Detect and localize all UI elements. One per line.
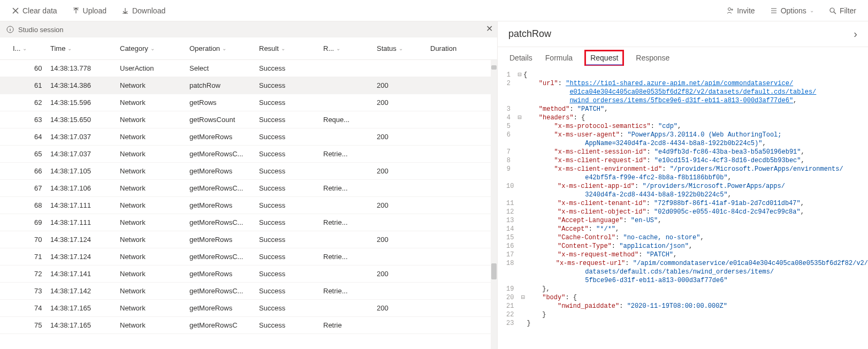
table-row[interactable]: 6214:38:15.596NetworkgetRowsSuccess200 bbox=[0, 94, 497, 111]
chevron-down-icon: ⌄ bbox=[22, 45, 27, 51]
code-line: 12 "x-ms-client-object-id": "02d0905c-e0… bbox=[498, 208, 868, 216]
events-pane: Studio session ✕ I...⌄ Time⌄ Category⌄ O… bbox=[0, 21, 498, 349]
cell: Reque... bbox=[323, 116, 377, 124]
filter-button[interactable]: Filter bbox=[826, 4, 859, 17]
code-line: 5fbce9e6-d31f-eb11-a813-000d3af77de6" bbox=[498, 276, 868, 285]
cell: Retrie bbox=[323, 321, 377, 329]
cell: getMoreRowsC... bbox=[189, 150, 259, 158]
cell: Network bbox=[120, 184, 189, 192]
table-row[interactable]: 7014:38:17.124NetworkgetMoreRowsSuccess2… bbox=[0, 231, 497, 248]
tab-response[interactable]: Response bbox=[635, 49, 671, 66]
cell: 75 bbox=[13, 321, 50, 329]
column-id[interactable]: I...⌄ bbox=[13, 44, 50, 52]
code-line: 15 "Cache-Control": "no-cache, no-store"… bbox=[498, 233, 868, 242]
column-time[interactable]: Time⌄ bbox=[50, 44, 120, 52]
cell: 65 bbox=[13, 150, 50, 158]
column-operation[interactable]: Operation⌄ bbox=[189, 44, 259, 52]
table-row[interactable]: 6314:38:15.650NetworkgetRowsCountSuccess… bbox=[0, 111, 497, 128]
table-row[interactable]: 6914:38:17.111NetworkgetMoreRowsC...Succ… bbox=[0, 214, 497, 231]
code-line: 17 "x-ms-request-method": "PATCH", bbox=[498, 251, 868, 259]
detail-title: patchRow bbox=[508, 28, 551, 40]
session-label: Studio session bbox=[18, 26, 64, 34]
table-row[interactable]: 6414:38:17.037NetworkgetMoreRowsSuccess2… bbox=[0, 128, 497, 146]
cell: Success bbox=[259, 150, 323, 158]
options-label: Options bbox=[781, 6, 806, 15]
download-button[interactable]: Download bbox=[118, 4, 169, 17]
column-status[interactable]: Status⌄ bbox=[377, 44, 430, 52]
cell: 61 bbox=[13, 81, 50, 89]
chevron-right-icon[interactable]: › bbox=[854, 28, 857, 40]
tab-formula[interactable]: Formula bbox=[544, 49, 574, 66]
table-row[interactable]: 7514:38:17.165NetworkgetMoreRowsCSuccess… bbox=[0, 317, 497, 334]
column-reason[interactable]: R...⌄ bbox=[323, 44, 377, 52]
table-row[interactable]: 7414:38:17.165NetworkgetMoreRowsSuccess2… bbox=[0, 300, 497, 317]
cell: 14:38:17.141 bbox=[50, 270, 120, 278]
table-row[interactable]: 6114:38:14.386NetworkpatchRowSuccess200 bbox=[0, 77, 497, 94]
table-row[interactable]: 6514:38:17.037NetworkgetMoreRowsC...Succ… bbox=[0, 146, 497, 163]
code-line: 20⊟ "body": { bbox=[498, 293, 868, 302]
invite-button[interactable]: Invite bbox=[723, 4, 758, 17]
column-category[interactable]: Category⌄ bbox=[120, 44, 189, 52]
cell: getMoreRows bbox=[189, 304, 259, 312]
code-line: 4⊟ "headers": { bbox=[498, 113, 868, 122]
column-duration[interactable]: Duration bbox=[430, 44, 473, 52]
code-line: 1⊟{ bbox=[498, 71, 868, 79]
scrollbar-thumb[interactable] bbox=[491, 65, 497, 70]
cell: 62 bbox=[13, 98, 50, 107]
cell: getMoreRows bbox=[189, 133, 259, 141]
chevron-down-icon: ⌄ bbox=[399, 45, 403, 51]
cell: Network bbox=[120, 116, 189, 124]
cell: getMoreRows bbox=[189, 236, 259, 244]
upload-button[interactable]: Upload bbox=[69, 4, 110, 17]
code-line: 7 "x-ms-client-session-id": "e4d9fb3d-fc… bbox=[498, 148, 868, 156]
cell: Success bbox=[259, 116, 323, 124]
tab-request[interactable]: Request bbox=[584, 50, 624, 66]
cell: 71 bbox=[13, 253, 50, 261]
cell: Network bbox=[120, 133, 189, 141]
svg-point-0 bbox=[728, 7, 731, 10]
chevron-down-icon: ⌄ bbox=[67, 45, 72, 51]
chevron-down-icon: ⌄ bbox=[281, 45, 285, 51]
cell: 200 bbox=[377, 270, 430, 278]
cell: 14:38:17.124 bbox=[50, 253, 120, 261]
cell: Success bbox=[259, 133, 323, 141]
code-line: 22 } bbox=[498, 310, 868, 319]
cell: Network bbox=[120, 98, 189, 107]
close-session-button[interactable]: ✕ bbox=[486, 24, 493, 34]
cell: Network bbox=[120, 167, 189, 175]
cell: 72 bbox=[13, 270, 50, 278]
cell: getMoreRows bbox=[189, 167, 259, 175]
cell: getMoreRowsC... bbox=[189, 218, 259, 226]
scrollbar-thumb[interactable] bbox=[491, 263, 497, 279]
table-row[interactable]: 7314:38:17.142NetworkgetMoreRowsC...Succ… bbox=[0, 283, 497, 300]
cell: Network bbox=[120, 150, 189, 158]
list-icon bbox=[770, 7, 778, 14]
code-line: 10 "x-ms-client-app-id": "/providers/Mic… bbox=[498, 182, 868, 191]
tab-details[interactable]: Details bbox=[508, 49, 534, 66]
cell: 60 bbox=[13, 64, 50, 72]
code-viewer[interactable]: 1⊟{2 "url": "https://tip1-shared.azure-a… bbox=[498, 69, 868, 349]
table-row[interactable]: 6614:38:17.105NetworkgetMoreRowsSuccess2… bbox=[0, 163, 497, 180]
invite-label: Invite bbox=[737, 6, 755, 15]
cell: 14:38:13.778 bbox=[50, 64, 120, 72]
table-row[interactable]: 6814:38:17.111NetworkgetMoreRowsSuccess2… bbox=[0, 197, 497, 214]
cell: Network bbox=[120, 287, 189, 295]
cell: Network bbox=[120, 321, 189, 329]
cell: Success bbox=[259, 218, 323, 226]
cell: 200 bbox=[377, 236, 430, 244]
table-row[interactable]: 6014:38:13.778UserActionSelectSuccess bbox=[0, 60, 497, 77]
cell: 14:38:17.111 bbox=[50, 201, 120, 209]
cell: Retrie... bbox=[323, 287, 377, 295]
cell: 200 bbox=[377, 81, 430, 89]
chevron-down-icon: ⌄ bbox=[222, 45, 226, 51]
table-row[interactable]: 7214:38:17.141NetworkgetMoreRowsSuccess2… bbox=[0, 265, 497, 283]
table-row[interactable]: 6714:38:17.106NetworkgetMoreRowsC...Succ… bbox=[0, 180, 497, 197]
code-line: 2 "url": "https://tip1-shared.azure-apim… bbox=[498, 79, 868, 88]
scrollbar-track[interactable] bbox=[491, 60, 497, 349]
cell: Success bbox=[259, 64, 323, 72]
table-row[interactable]: 7114:38:17.124NetworkgetMoreRowsC...Succ… bbox=[0, 248, 497, 265]
clear-data-button[interactable]: Clear data bbox=[9, 4, 60, 17]
options-button[interactable]: Options ⌄ bbox=[767, 4, 817, 17]
column-result[interactable]: Result⌄ bbox=[259, 44, 323, 52]
cell: getRowsCount bbox=[189, 116, 259, 124]
